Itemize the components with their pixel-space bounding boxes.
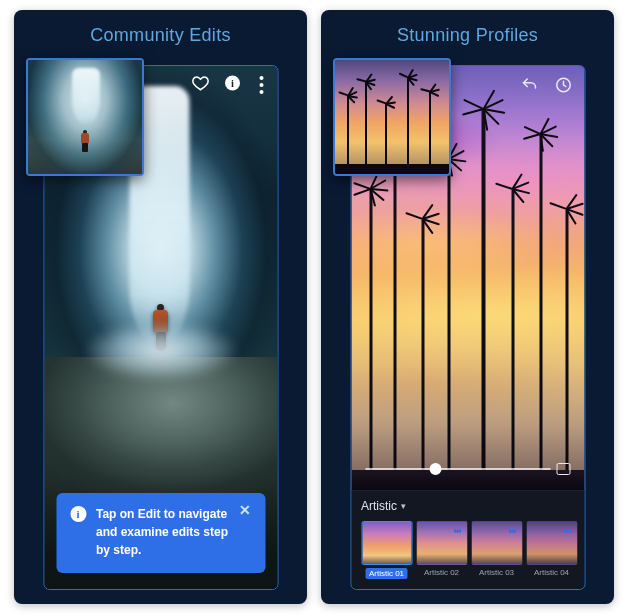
profiles-category-dropdown[interactable]: Artistic ▾ [361,499,574,513]
profile-thumb-0[interactable]: Artistic 01 [361,521,412,579]
edit-tip-text: Tap on Edit to navigate and examine edit… [96,505,229,559]
before-thumbnail-left[interactable] [26,58,144,176]
chevron-down-icon: ▾ [401,501,406,511]
close-icon[interactable]: ✕ [239,503,251,517]
profile-thumb-2[interactable]: Artistic 03 [471,521,522,579]
stunning-profiles-panel: Stunning Profiles [321,10,614,604]
profile-intensity-slider[interactable] [365,460,570,478]
compare-icon[interactable] [556,463,570,475]
history-icon[interactable] [554,76,572,98]
edit-tip-banner: i Tap on Edit to navigate and examine ed… [56,493,265,573]
heart-icon[interactable] [191,74,209,96]
profile-thumb-1[interactable]: Artistic 02 [416,521,467,579]
profiles-strip: Artistic ▾ Artistic 01 Artistic 02 Artis… [351,490,584,589]
community-edits-panel: Community Edits i [14,10,307,604]
panel-title-left: Community Edits [90,25,231,46]
profiles-category-label: Artistic [361,499,397,513]
more-icon[interactable] [255,74,267,96]
info-badge-icon: i [70,506,86,522]
subject-person [153,304,168,350]
before-thumbnail-right[interactable] [333,58,451,176]
undo-icon[interactable] [520,76,538,98]
profile-thumb-3[interactable]: Artistic 04 [526,521,577,579]
info-icon[interactable]: i [223,74,241,96]
panel-title-right: Stunning Profiles [397,25,538,46]
svg-text:i: i [231,78,234,89]
